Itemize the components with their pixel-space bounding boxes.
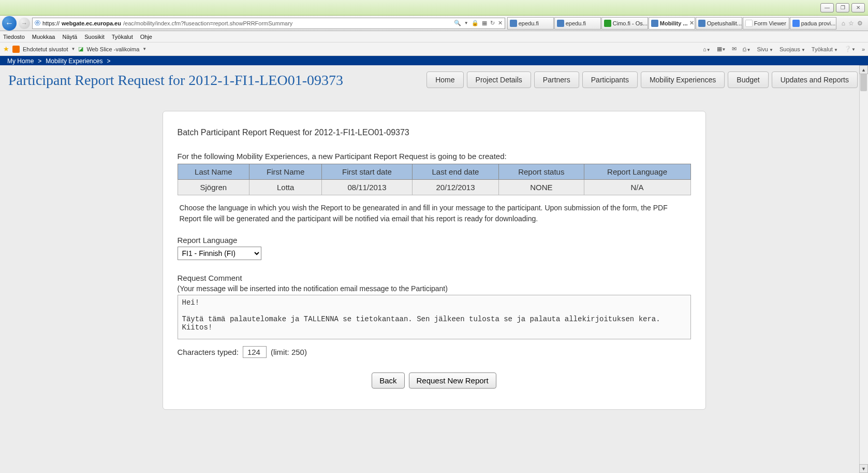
browser-tab[interactable]: padua provi... bbox=[790, 17, 836, 30]
page-menu[interactable]: Sivu ▼ bbox=[757, 46, 773, 52]
help-icon[interactable]: ❔▼ bbox=[844, 46, 856, 52]
chars-label: Characters typed: bbox=[178, 348, 239, 356]
nav-tab-budget[interactable]: Budget bbox=[728, 71, 768, 88]
favicon-icon bbox=[745, 20, 753, 27]
breadcrumb-home[interactable]: My Home bbox=[7, 58, 34, 65]
browser-tab[interactable]: epedu.fi bbox=[507, 17, 554, 30]
request-new-report-button[interactable]: Request New Report bbox=[409, 372, 496, 389]
home-dropdown-icon[interactable]: ⌂▼ bbox=[703, 46, 711, 52]
nav-tab-updates-reports[interactable]: Updates and Reports bbox=[772, 71, 858, 88]
forward-button[interactable]: → bbox=[19, 18, 30, 29]
menu-item[interactable]: Työkalut bbox=[112, 34, 133, 40]
chevron-down-icon[interactable]: ▼ bbox=[142, 47, 146, 51]
webslice-icon: ◪ bbox=[78, 46, 83, 52]
scroll-up-button[interactable]: ▲ bbox=[859, 65, 868, 74]
col-report-status: Report status bbox=[499, 164, 584, 179]
overflow-icon[interactable]: » bbox=[862, 46, 865, 52]
back-button[interactable]: Back bbox=[372, 372, 404, 389]
tab-close-icon[interactable]: ✕ bbox=[689, 20, 694, 26]
browser-tab[interactable]: Cimo.fi - Os... bbox=[601, 17, 648, 30]
menu-item[interactable]: Ohje bbox=[140, 34, 152, 40]
scrollbar[interactable]: ▲ ▼ bbox=[859, 65, 868, 473]
chevron-down-icon[interactable]: ▼ bbox=[71, 47, 75, 51]
instruction-text: Choose the language in which you wish th… bbox=[180, 203, 689, 224]
lock-icon: 🔒 bbox=[472, 20, 479, 26]
card-heading: Batch Participant Report Request for 201… bbox=[178, 128, 691, 137]
comment-label: Request Comment bbox=[178, 274, 691, 282]
nav-tab-mobility-experiences[interactable]: Mobility Experiences bbox=[641, 71, 725, 88]
scroll-down-button[interactable]: ▼ bbox=[859, 464, 868, 473]
language-select[interactable]: FI1 - Finnish (FI) bbox=[178, 247, 261, 260]
browser-tab[interactable]: epedu.fi bbox=[554, 17, 601, 30]
window-maximize-button[interactable]: ❐ bbox=[836, 3, 849, 12]
table-row: Sjögren Lotta 08/11/2013 20/12/2013 NONE… bbox=[178, 179, 690, 195]
breadcrumb: My Home > Mobility Experiences > bbox=[0, 56, 868, 65]
col-first-start: First start date bbox=[322, 164, 413, 179]
nav-tab-participants[interactable]: Participants bbox=[582, 71, 638, 88]
stop-icon[interactable]: ✕ bbox=[498, 20, 503, 26]
character-counter: Characters typed: 124 (limit: 250) bbox=[178, 346, 691, 358]
feeds-icon[interactable]: ▦▼ bbox=[717, 46, 726, 52]
breadcrumb-separator: > bbox=[107, 58, 110, 65]
home-icon[interactable]: ⌂ bbox=[842, 20, 845, 27]
favicon-icon bbox=[557, 20, 564, 27]
tab-label: epedu.fi bbox=[519, 20, 539, 26]
favorites-icon[interactable]: ☆ bbox=[848, 20, 854, 27]
chars-value: 124 bbox=[243, 346, 267, 358]
breadcrumb-separator: > bbox=[38, 58, 41, 65]
address-bar[interactable]: ⓔ https://webgate.ec.europa.eu/eac/mobil… bbox=[32, 18, 505, 29]
favicon-icon bbox=[792, 20, 800, 27]
menu-item[interactable]: Tiedosto bbox=[3, 34, 25, 40]
menu-item[interactable]: Näytä bbox=[62, 34, 77, 40]
back-button[interactable]: ← bbox=[2, 16, 17, 31]
nav-tab-partners[interactable]: Partners bbox=[534, 71, 579, 88]
favicon-icon bbox=[604, 20, 611, 27]
star-icon[interactable]: ★ bbox=[3, 45, 9, 53]
fav-link[interactable]: Ehdotetut sivustot bbox=[23, 46, 68, 52]
cell-last-name: Sjögren bbox=[178, 179, 249, 195]
ie-favicon-icon: ⓔ bbox=[35, 19, 40, 27]
fav-link[interactable]: Web Slice -valikoima bbox=[86, 46, 139, 52]
refresh-icon[interactable]: ↻ bbox=[490, 20, 495, 26]
chevron-down-icon[interactable]: ▼ bbox=[464, 21, 468, 25]
tab-label: Opetushallit... bbox=[707, 20, 742, 26]
tools-menu[interactable]: Työkalut ▼ bbox=[812, 46, 838, 52]
col-first-name: First Name bbox=[249, 164, 322, 179]
browser-tab-active[interactable]: Mobility ...✕ bbox=[649, 17, 695, 30]
comment-textarea[interactable] bbox=[178, 295, 691, 339]
favorites-bar: ★ Ehdotetut sivustot▼ ◪ Web Slice -valik… bbox=[0, 42, 868, 56]
page-title: Participant Report Request for 2012-1-FI… bbox=[8, 70, 345, 90]
experiences-table: Last Name First Name First start date La… bbox=[178, 164, 691, 195]
browser-tab[interactable]: Form Viewer bbox=[743, 17, 789, 30]
cell-report-language: N/A bbox=[584, 179, 690, 195]
tab-label: Cimo.fi - Os... bbox=[613, 20, 648, 26]
cell-first-name: Lotta bbox=[249, 179, 322, 195]
menu-item[interactable]: Suosikit bbox=[84, 34, 105, 40]
window-title-bar: — ❐ ✕ bbox=[0, 0, 868, 16]
search-dropdown-icon[interactable]: 🔍 bbox=[454, 20, 461, 26]
form-actions: Back Request New Report bbox=[178, 372, 691, 389]
compat-view-icon[interactable]: ▦ bbox=[482, 20, 487, 26]
menu-bar: Tiedosto Muokkaa Näytä Suosikit Työkalut… bbox=[0, 31, 868, 42]
cell-report-status: NONE bbox=[499, 179, 584, 195]
nav-tab-project-details[interactable]: Project Details bbox=[467, 71, 531, 88]
tools-icon[interactable]: ⚙ bbox=[857, 20, 863, 27]
window-close-button[interactable]: ✕ bbox=[851, 3, 865, 12]
favicon-icon bbox=[651, 20, 658, 27]
menu-item[interactable]: Muokkaa bbox=[32, 34, 55, 40]
url-domain: webgate.ec.europa.eu bbox=[62, 20, 121, 26]
tab-label: epedu.fi bbox=[566, 20, 586, 26]
browser-tab[interactable]: Opetushallit... bbox=[696, 17, 742, 30]
print-icon[interactable]: ⎙▼ bbox=[743, 46, 751, 52]
col-last-name: Last Name bbox=[178, 164, 249, 179]
window-minimize-button[interactable]: — bbox=[820, 3, 834, 12]
tab-label: Form Viewer bbox=[754, 20, 786, 26]
form-card: Batch Participant Report Request for 201… bbox=[163, 111, 706, 410]
nav-tab-home[interactable]: Home bbox=[426, 71, 463, 88]
breadcrumb-current[interactable]: Mobility Experiences bbox=[46, 58, 102, 65]
mail-icon[interactable]: ✉ bbox=[732, 46, 737, 52]
browser-actions: ⌂ ☆ ⚙ bbox=[838, 20, 866, 27]
tab-label: Mobility ... bbox=[660, 20, 688, 26]
safety-menu[interactable]: Suojaus ▼ bbox=[779, 46, 805, 52]
card-subheading: For the following Mobility Experiences, … bbox=[178, 152, 691, 161]
